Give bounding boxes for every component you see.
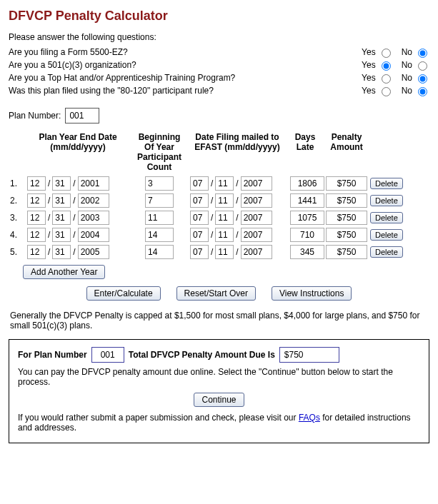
penalty-amount[interactable] [326,176,367,191]
plan-year-month[interactable] [27,211,46,225]
days-late[interactable] [290,228,324,242]
yes-option[interactable]: Yes [362,72,393,84]
participant-count[interactable] [145,228,174,242]
plan-year-year[interactable] [78,193,109,208]
mailed-year[interactable] [241,176,272,191]
participant-count[interactable] [145,176,174,191]
no-option[interactable]: No [402,72,429,84]
no-radio[interactable] [418,49,427,58]
table-row: 3.////Delete [9,211,429,225]
plan-year-day[interactable] [52,176,71,191]
result-plan-number[interactable] [91,347,124,363]
participant-count[interactable] [145,193,174,208]
no-option[interactable]: No [402,85,429,96]
header-beg-count: Beginning Of Year Participant Count [131,132,187,172]
result-total-amount[interactable] [279,347,339,363]
row-number: 5. [9,247,24,257]
delete-button[interactable]: Delete [370,246,403,258]
question-text: Was this plan filed using the "80-120" p… [9,86,362,96]
mailed-month[interactable] [190,211,209,225]
mailed-day[interactable] [215,176,234,191]
question-row: Are you a 501(c)(3) organization?Yes No [9,59,429,71]
plan-year-day[interactable] [52,228,71,242]
yes-option[interactable]: Yes [362,59,393,71]
yes-radio[interactable] [382,87,391,96]
question-row: Are you filing a Form 5500-EZ?Yes No [9,46,429,58]
header-mailed: Date Filing mailed to EFAST (mm/dd/yyyy) [187,132,287,152]
delete-button[interactable]: Delete [370,195,403,206]
row-number: 3. [9,213,24,223]
plan-year-month[interactable] [27,176,46,191]
mailed-day[interactable] [215,245,234,259]
mailed-month[interactable] [190,228,209,242]
no-radio[interactable] [418,74,427,84]
intro-text: Please answer the following questions: [9,32,429,42]
mailed-month[interactable] [190,245,209,259]
no-option[interactable]: No [402,46,429,58]
days-late[interactable] [290,211,324,225]
paper-submission-text: If you would rather submit a paper submi… [18,413,420,433]
yes-option[interactable]: Yes [362,85,393,96]
plan-year-month[interactable] [27,245,46,259]
plan-year-year[interactable] [78,228,109,242]
no-option[interactable]: No [402,59,429,71]
plan-year-month[interactable] [27,193,46,208]
pay-online-text: You can pay the DFVCP penalty amount due… [18,367,420,387]
plan-year-year[interactable] [78,176,109,191]
mailed-day[interactable] [215,228,234,242]
table-row: 1.////Delete [9,176,429,191]
add-another-year-button[interactable]: Add Another Year [23,265,105,279]
row-number: 2. [9,196,24,206]
table-row: 2.////Delete [9,193,429,208]
delete-button[interactable]: Delete [370,229,403,241]
table-row: 4.////Delete [9,228,429,242]
question-text: Are you a Top Hat and/or Apprenticeship … [9,73,362,83]
yes-radio[interactable] [382,74,391,84]
mailed-year[interactable] [241,193,272,208]
delete-button[interactable]: Delete [370,212,403,223]
yes-radio[interactable] [382,61,391,71]
view-instructions-button[interactable]: View Instructions [272,286,352,301]
mailed-month[interactable] [190,176,209,191]
plan-year-year[interactable] [78,245,109,259]
no-radio[interactable] [418,61,427,71]
penalty-amount[interactable] [326,193,367,208]
no-radio[interactable] [418,87,427,96]
plan-year-year[interactable] [78,211,109,225]
for-plan-label: For Plan Number [18,350,87,360]
penalty-amount[interactable] [326,228,367,242]
plan-number-label: Plan Number: [9,111,61,121]
plan-number-input[interactable] [65,108,99,124]
mailed-year[interactable] [241,228,272,242]
days-late[interactable] [290,193,324,208]
enter-calculate-button[interactable]: Enter/Calculate [86,286,161,301]
reset-start-over-button[interactable]: Reset/Start Over [176,286,256,301]
penalty-amount[interactable] [326,245,367,259]
mailed-day[interactable] [215,193,234,208]
result-box: For Plan Number Total DFVCP Penalty Amou… [9,339,429,443]
plan-year-day[interactable] [52,211,71,225]
question-row: Are you a Top Hat and/or Apprenticeship … [9,72,429,84]
question-text: Are you a 501(c)(3) organization? [9,60,362,70]
mailed-year[interactable] [241,211,272,225]
yes-option[interactable]: Yes [362,46,393,58]
plan-year-day[interactable] [52,245,71,259]
plan-year-month[interactable] [27,228,46,242]
plan-year-day[interactable] [52,193,71,208]
yes-radio[interactable] [382,49,391,58]
days-late[interactable] [290,245,324,259]
table-row: 5.////Delete [9,245,429,259]
participant-count[interactable] [145,211,174,225]
participant-count[interactable] [145,245,174,259]
penalty-amount[interactable] [326,211,367,225]
penalty-cap-note: Generally the DFVCP Penalty is capped at… [10,311,428,331]
faqs-link[interactable]: FAQs [299,413,320,423]
delete-button[interactable]: Delete [370,178,403,189]
total-label: Total DFVCP Penalty Amount Due Is [129,350,275,360]
mailed-day[interactable] [215,211,234,225]
mailed-year[interactable] [241,245,272,259]
days-late[interactable] [290,176,324,191]
mailed-month[interactable] [190,193,209,208]
continue-button[interactable]: Continue [194,393,244,407]
row-number: 1. [9,178,24,188]
